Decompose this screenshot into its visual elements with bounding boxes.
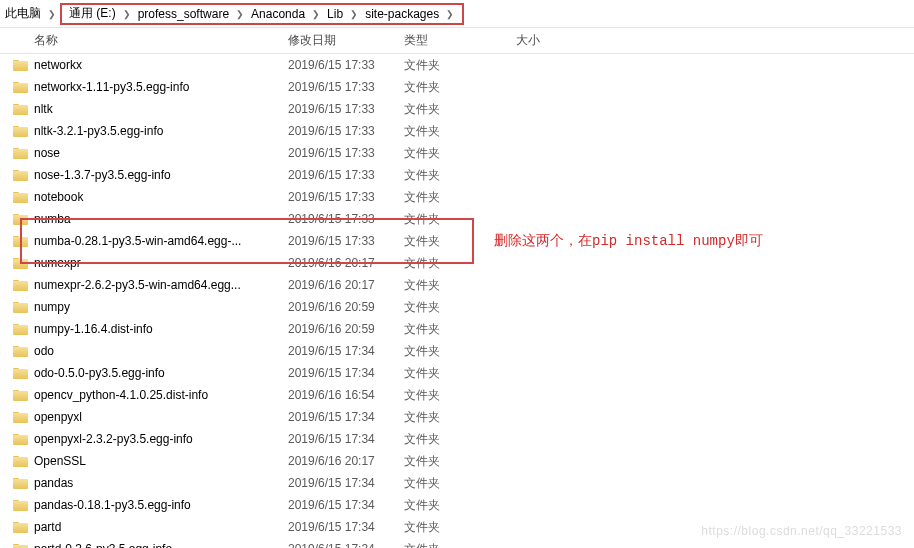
file-date: 2019/6/16 20:17 — [288, 454, 404, 468]
file-name: nltk-3.2.1-py3.5.egg-info — [34, 124, 288, 138]
folder-icon — [13, 499, 28, 511]
file-name: networkx-1.11-py3.5.egg-info — [34, 80, 288, 94]
file-type: 文件夹 — [404, 497, 516, 514]
file-row[interactable]: nose2019/6/15 17:33文件夹 — [0, 142, 914, 164]
file-type: 文件夹 — [404, 57, 516, 74]
file-name: openpyxl-2.3.2-py3.5.egg-info — [34, 432, 288, 446]
file-row[interactable]: openpyxl-2.3.2-py3.5.egg-info2019/6/15 1… — [0, 428, 914, 450]
file-name: numba — [34, 212, 288, 226]
breadcrumb-item[interactable]: Anaconda — [248, 7, 308, 21]
file-name: numexpr — [34, 256, 288, 270]
file-row[interactable]: nltk2019/6/15 17:33文件夹 — [0, 98, 914, 120]
file-date: 2019/6/15 17:33 — [288, 80, 404, 94]
file-row[interactable]: numpy2019/6/16 20:59文件夹 — [0, 296, 914, 318]
file-name: numpy — [34, 300, 288, 314]
file-row[interactable]: partd-0.3.6-py3.5.egg-info2019/6/15 17:3… — [0, 538, 914, 548]
file-row[interactable]: odo2019/6/15 17:34文件夹 — [0, 340, 914, 362]
folder-icon — [13, 103, 28, 115]
chevron-right-icon: ❯ — [346, 9, 362, 19]
folder-icon — [13, 323, 28, 335]
header-size[interactable]: 大小 — [516, 33, 540, 47]
folder-icon — [13, 345, 28, 357]
file-row[interactable]: openpyxl2019/6/15 17:34文件夹 — [0, 406, 914, 428]
header-date[interactable]: 修改日期 — [288, 33, 336, 47]
breadcrumb-item[interactable]: site-packages — [362, 7, 442, 21]
file-row[interactable]: numpy-1.16.4.dist-info2019/6/16 20:59文件夹 — [0, 318, 914, 340]
file-type: 文件夹 — [404, 365, 516, 382]
chevron-right-icon: ❯ — [44, 9, 60, 19]
file-type: 文件夹 — [404, 277, 516, 294]
breadcrumb-root[interactable]: 此电脑 — [2, 5, 44, 22]
breadcrumb-item[interactable]: 通用 (E:) — [66, 5, 119, 22]
chevron-right-icon: ❯ — [119, 9, 135, 19]
file-date: 2019/6/15 17:33 — [288, 124, 404, 138]
file-row[interactable]: pandas-0.18.1-py3.5.egg-info2019/6/15 17… — [0, 494, 914, 516]
breadcrumb-item[interactable]: Lib — [324, 7, 346, 21]
file-date: 2019/6/15 17:33 — [288, 212, 404, 226]
file-type: 文件夹 — [404, 79, 516, 96]
file-name: odo — [34, 344, 288, 358]
folder-icon — [13, 521, 28, 533]
folder-icon — [13, 81, 28, 93]
file-row[interactable]: nose-1.3.7-py3.5.egg-info2019/6/15 17:33… — [0, 164, 914, 186]
folder-icon — [13, 543, 28, 548]
header-name[interactable]: 名称 — [34, 33, 58, 47]
file-row[interactable]: pandas2019/6/15 17:34文件夹 — [0, 472, 914, 494]
file-type: 文件夹 — [404, 387, 516, 404]
file-type: 文件夹 — [404, 189, 516, 206]
file-row[interactable]: opencv_python-4.1.0.25.dist-info2019/6/1… — [0, 384, 914, 406]
file-type: 文件夹 — [404, 409, 516, 426]
folder-icon — [13, 191, 28, 203]
file-row[interactable]: networkx2019/6/15 17:33文件夹 — [0, 54, 914, 76]
file-date: 2019/6/15 17:34 — [288, 542, 404, 548]
file-name: notebook — [34, 190, 288, 204]
file-date: 2019/6/16 20:17 — [288, 256, 404, 270]
header-type[interactable]: 类型 — [404, 33, 428, 47]
file-list: networkx2019/6/15 17:33文件夹networkx-1.11-… — [0, 54, 914, 548]
folder-icon — [13, 411, 28, 423]
file-date: 2019/6/15 17:34 — [288, 410, 404, 424]
file-type: 文件夹 — [404, 321, 516, 338]
folder-icon — [13, 235, 28, 247]
folder-icon — [13, 389, 28, 401]
folder-icon — [13, 147, 28, 159]
file-name: nltk — [34, 102, 288, 116]
breadcrumb-highlight-box: 通用 (E:) ❯ profess_software ❯ Anaconda ❯ … — [60, 3, 464, 25]
file-row[interactable]: notebook2019/6/15 17:33文件夹 — [0, 186, 914, 208]
file-date: 2019/6/15 17:34 — [288, 366, 404, 380]
column-headers: 名称 修改日期 类型 大小 — [0, 28, 914, 54]
folder-icon — [13, 301, 28, 313]
file-date: 2019/6/15 17:34 — [288, 520, 404, 534]
file-type: 文件夹 — [404, 101, 516, 118]
folder-icon — [13, 477, 28, 489]
file-type: 文件夹 — [404, 123, 516, 140]
file-type: 文件夹 — [404, 211, 516, 228]
file-row[interactable]: numexpr2019/6/16 20:17文件夹 — [0, 252, 914, 274]
file-name: odo-0.5.0-py3.5.egg-info — [34, 366, 288, 380]
file-type: 文件夹 — [404, 453, 516, 470]
file-date: 2019/6/15 17:34 — [288, 476, 404, 490]
folder-icon — [13, 279, 28, 291]
folder-icon — [13, 59, 28, 71]
file-name: nose-1.3.7-py3.5.egg-info — [34, 168, 288, 182]
file-row[interactable]: numba-0.28.1-py3.5-win-amd64.egg-...2019… — [0, 230, 914, 252]
file-type: 文件夹 — [404, 255, 516, 272]
file-row[interactable]: OpenSSL2019/6/16 20:17文件夹 — [0, 450, 914, 472]
chevron-right-icon: ❯ — [308, 9, 324, 19]
folder-icon — [13, 367, 28, 379]
file-date: 2019/6/16 20:59 — [288, 300, 404, 314]
file-row[interactable]: nltk-3.2.1-py3.5.egg-info2019/6/15 17:33… — [0, 120, 914, 142]
breadcrumb[interactable]: 此电脑 ❯ 通用 (E:) ❯ profess_software ❯ Anaco… — [0, 0, 914, 28]
file-date: 2019/6/16 20:59 — [288, 322, 404, 336]
file-row[interactable]: odo-0.5.0-py3.5.egg-info2019/6/15 17:34文… — [0, 362, 914, 384]
file-name: numexpr-2.6.2-py3.5-win-amd64.egg... — [34, 278, 288, 292]
file-row[interactable]: numexpr-2.6.2-py3.5-win-amd64.egg...2019… — [0, 274, 914, 296]
breadcrumb-item[interactable]: profess_software — [135, 7, 232, 21]
file-type: 文件夹 — [404, 431, 516, 448]
file-date: 2019/6/15 17:33 — [288, 168, 404, 182]
file-row[interactable]: networkx-1.11-py3.5.egg-info2019/6/15 17… — [0, 76, 914, 98]
folder-icon — [13, 125, 28, 137]
folder-icon — [13, 213, 28, 225]
file-type: 文件夹 — [404, 145, 516, 162]
file-row[interactable]: numba2019/6/15 17:33文件夹 — [0, 208, 914, 230]
